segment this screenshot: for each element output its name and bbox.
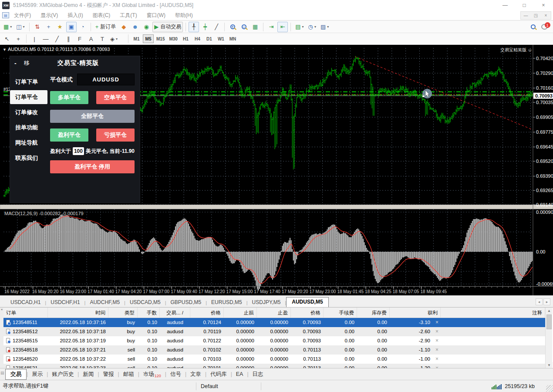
zoom-in-button[interactable]: + [227, 22, 238, 32]
close-loss-button[interactable]: 亏损平仓 [96, 128, 135, 142]
close-order-icon[interactable]: × [435, 319, 438, 325]
cursor-tool[interactable]: ↖ [2, 34, 12, 44]
table-row[interactable]: 1235485122022.05.18 10:37:18buy0.10audus… [3, 327, 545, 336]
chart-symbol-info[interactable]: ▼AUDUSD,M5 0.70112 0.70113 0.70086 0.700… [3, 47, 110, 52]
navigator-button[interactable]: ★ [55, 22, 65, 32]
terminal-button[interactable]: ▣ [66, 22, 77, 32]
panel-menu-item-0[interactable]: 订单下单 [10, 75, 47, 89]
panel-menu-item-5[interactable]: 联系我们 [10, 151, 47, 165]
vertical-line-tool[interactable]: | [29, 34, 40, 44]
bottom-tab-10[interactable]: EA [232, 370, 247, 378]
scroll-up-icon[interactable]: ▲ [546, 308, 553, 314]
column-header-11[interactable]: 获利 [390, 308, 441, 318]
terminal-scrollbar[interactable]: ▲ ▼ [545, 308, 552, 368]
chart-tab-usdcad-m5[interactable]: USDCAD,M5 [125, 298, 165, 307]
chart-tab-usdchf-h1[interactable]: USDCHF,H1 [46, 298, 84, 307]
column-header-10[interactable]: 库存费 [357, 308, 390, 318]
menu-item-2[interactable]: 插入(I) [63, 10, 88, 20]
periods-button[interactable]: ◷▾ [307, 22, 318, 32]
timeframe-m15[interactable]: M15 [155, 34, 166, 43]
profit-threshold-input[interactable]: 100 [73, 147, 84, 155]
autotrade-button[interactable]: ▶自动交易 [152, 22, 183, 32]
menu-item-3[interactable]: 图表(C) [88, 10, 115, 20]
shapes-tool[interactable]: ◈▾ [108, 34, 119, 44]
bottom-tab-2[interactable]: 账户历史 [48, 369, 78, 379]
chart-tab-usdcad-h1[interactable]: USDCAD,H1 [6, 298, 45, 307]
horizontal-line-tool[interactable]: — [40, 34, 51, 44]
bottom-tab-1[interactable]: 展示 [28, 369, 47, 379]
timeframe-mn[interactable]: MN [227, 34, 238, 43]
timeframe-d1[interactable]: D1 [204, 34, 215, 43]
panel-menu-item-2[interactable]: 订单修改 [10, 105, 47, 119]
notifications-button[interactable]: 1 [539, 22, 550, 32]
table-row[interactable]: 1235485182022.05.18 10:37:21sell0.10audu… [3, 345, 545, 355]
column-header-5[interactable]: 价格 [190, 308, 224, 318]
add-indicator-button[interactable]: ▤▾ [293, 22, 305, 32]
close-order-icon[interactable]: × [435, 328, 438, 335]
column-header-12[interactable]: 注释 [441, 308, 545, 318]
profiles-button[interactable]: ◫▾ [14, 22, 26, 32]
close-button[interactable]: × [534, 0, 553, 10]
timeframe-m30[interactable]: M30 [167, 34, 179, 43]
trendline-tool[interactable]: ╱ [52, 34, 62, 44]
panel-menu-item-1[interactable]: 订单平仓 [10, 90, 47, 104]
menu-item-5[interactable]: 窗口(W) [142, 10, 170, 20]
bar-chart-button[interactable]: ╀ [189, 22, 199, 32]
bottom-tab-4[interactable]: 警报 [99, 369, 118, 379]
zoom-out-button[interactable]: − [239, 22, 249, 32]
label-tool[interactable]: T [97, 34, 108, 44]
search-button[interactable] [528, 22, 538, 32]
panel-collapse-button[interactable]: - [14, 60, 20, 67]
menu-item-1[interactable]: 显示(V) [36, 10, 63, 20]
timeframe-h4[interactable]: H4 [192, 34, 203, 43]
column-header-9[interactable]: 手续费 [324, 308, 357, 318]
column-header-2[interactable]: 类型 [108, 308, 138, 318]
line-chart-button[interactable]: ╱ [211, 22, 222, 32]
bottom-tab-11[interactable]: 日志 [249, 369, 267, 379]
data-window-button[interactable]: + [44, 22, 54, 32]
bottom-tab-5[interactable]: 邮箱 [119, 369, 138, 379]
panel-menu-item-3[interactable]: 挂单功能 [10, 121, 47, 135]
bottom-tab-7[interactable]: 信号 [166, 369, 185, 379]
pane-splitter[interactable] [0, 205, 553, 209]
close-short-button[interactable]: 空单平仓 [96, 91, 135, 104]
candlestick-chart-button[interactable]: ┿ [200, 22, 210, 32]
resize-grip[interactable] [546, 385, 553, 392]
auto-scroll-button[interactable]: ⇥ [266, 22, 276, 32]
templates-button[interactable]: ▨▾ [319, 22, 330, 32]
column-header-6[interactable]: 止损 [224, 308, 257, 318]
chart-tab-audusd-m5[interactable]: AUDUSD,M5 [286, 297, 328, 307]
minimize-button[interactable]: — [496, 0, 515, 10]
table-row[interactable]: 1235485152022.05.18 10:37:19buy0.10audus… [3, 336, 545, 345]
maximize-button[interactable]: □ [515, 0, 534, 10]
mdi-close-button[interactable]: × [541, 12, 551, 19]
panel-menu-item-4[interactable]: 网址导航 [10, 136, 47, 150]
chart-tab-usdjpy-m5[interactable]: USDJPY,M5 [248, 298, 285, 307]
tab-scroll-left-icon[interactable]: ◂ [536, 298, 543, 305]
column-header-0[interactable]: 订单 [3, 308, 48, 318]
menu-item-0[interactable]: 文件(F) [9, 10, 36, 20]
status-profile[interactable]: Default [196, 383, 261, 389]
bottom-tab-8[interactable]: 文章 [186, 369, 205, 379]
fibonacci-tool[interactable]: F [74, 34, 85, 44]
new-chart-button[interactable]: ▦▾ [2, 22, 13, 32]
close-profit-button[interactable]: 盈利平仓 [50, 128, 88, 142]
metaeditor-button[interactable]: ◆ [118, 22, 129, 32]
scrollbar-thumb[interactable] [546, 314, 552, 329]
column-header-1[interactable]: 时间 [48, 308, 108, 318]
chart-tab-gbpusd-m5[interactable]: GBPUSD,M5 [166, 298, 206, 307]
tile-windows-button[interactable]: ▦ [250, 22, 260, 32]
column-header-8[interactable]: 价格 [291, 308, 324, 318]
text-tool[interactable]: A [86, 34, 96, 44]
terminal-close-strip[interactable]: × [0, 308, 3, 368]
table-row[interactable]: 1235485112022.05.18 10:37:16buy0.10audus… [3, 318, 545, 327]
signals-button[interactable]: ◉ [141, 22, 152, 32]
new-order-button[interactable]: +新订单 [94, 22, 118, 32]
tab-scroll-right-icon[interactable]: ▸ [543, 298, 550, 305]
menu-item-4[interactable]: 工具(T) [115, 10, 142, 20]
chart-tab-audchf-m5[interactable]: AUDCHF,M5 [85, 298, 124, 307]
timeframe-m1[interactable]: M1 [131, 34, 142, 43]
bottom-tab-6[interactable]: 市场120 [139, 369, 165, 379]
close-order-icon[interactable]: × [435, 338, 438, 344]
table-row[interactable]: 1235485202022.05.18 10:37:22sell0.10audu… [3, 355, 545, 364]
